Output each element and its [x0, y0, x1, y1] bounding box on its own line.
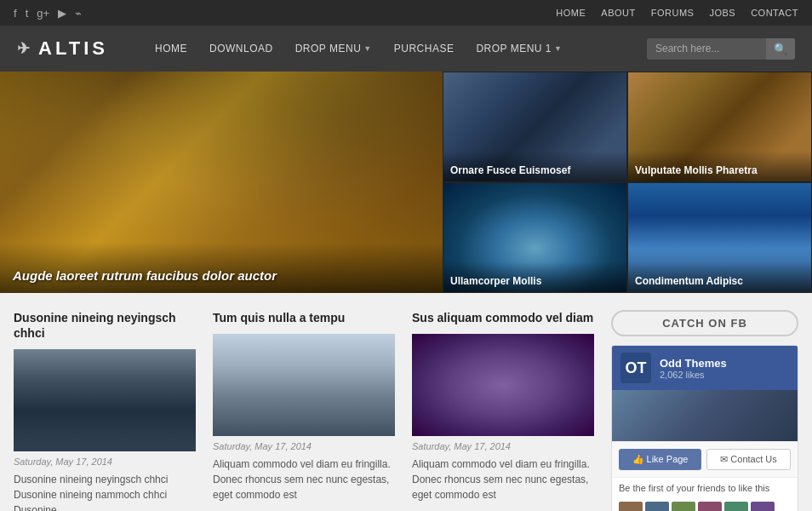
- hero-cell-4[interactable]: Condimentum Adipisc: [627, 182, 812, 293]
- fb-avatar-2: [645, 502, 669, 511]
- post-2-image[interactable]: [213, 334, 395, 436]
- logo-icon: ✈: [17, 39, 33, 58]
- catch-on-fb-button[interactable]: CATCH ON FB: [611, 310, 798, 336]
- nav-dropmenu[interactable]: DROP MENU ▼: [285, 37, 382, 60]
- fb-actions: 👍 Like Page ✉ Contact Us: [612, 441, 798, 477]
- hero-grid: Ornare Fusce Euismosef Vulputate Mollis …: [443, 72, 812, 293]
- nav-dropmenu1[interactable]: DROP MENU 1 ▼: [466, 37, 572, 60]
- topbar-nav-about[interactable]: ABOUT: [601, 8, 635, 18]
- topbar-nav-home[interactable]: HOME: [556, 8, 586, 18]
- hero-cell-1[interactable]: Ornare Fusce Euismosef: [443, 72, 627, 182]
- hero-cell-2[interactable]: Vulputate Mollis Pharetra: [627, 72, 812, 182]
- search-button[interactable]: 🔍: [766, 38, 795, 60]
- social-icons: f t g+ ▶ ⌁: [14, 7, 82, 20]
- topbar-nav-contact[interactable]: CONTACT: [751, 8, 798, 18]
- fb-avatar-6: [751, 502, 775, 511]
- hero-caption: Augde laoreet rutrum faucibus dolor auct…: [0, 243, 443, 293]
- post-3-excerpt: Aliquam commodo vel diam eu fringilla. D…: [412, 456, 594, 502]
- fb-widget: OT Odd Themes 2,062 likes 👍 Like Page ✉ …: [611, 345, 798, 511]
- content-section: Dusonine nineing neyingsch chhci Saturda…: [0, 293, 812, 511]
- post-1-excerpt: Dusonine nineing neyingsch chhci Dusonin…: [14, 472, 196, 511]
- fb-avatar-1: [619, 502, 643, 511]
- hero-section: Augde laoreet rutrum faucibus dolor auct…: [0, 72, 812, 293]
- fb-page-name: Odd Themes: [660, 357, 727, 370]
- fb-widget-header: OT Odd Themes 2,062 likes: [612, 346, 798, 390]
- hero-main-image[interactable]: Augde laoreet rutrum faucibus dolor auct…: [0, 72, 443, 293]
- hero-cell-3[interactable]: Ullamcorper Mollis: [443, 182, 627, 293]
- post-2-excerpt: Aliquam commodo vel diam eu fringilla. D…: [213, 456, 395, 502]
- fb-contact-button[interactable]: ✉ Contact Us: [706, 449, 791, 470]
- topbar-nav-forums[interactable]: FORUMS: [651, 8, 695, 18]
- fb-cover-image: [612, 390, 798, 441]
- search-input[interactable]: [647, 38, 766, 59]
- fb-friends-text: Be the first of your friends to like thi…: [612, 477, 798, 498]
- youtube-icon[interactable]: ▶: [58, 7, 66, 20]
- main-nav: HOME DOWNLOAD DROP MENU ▼ PURCHASE DROP …: [145, 37, 621, 60]
- post-3-image[interactable]: [412, 334, 594, 436]
- post-1-date: Saturday, May 17, 2014: [14, 456, 196, 467]
- topbar-nav-jobs[interactable]: JOBS: [709, 8, 735, 18]
- nav-purchase[interactable]: PURCHASE: [384, 37, 465, 60]
- googleplus-icon[interactable]: g+: [37, 7, 49, 20]
- nav-home[interactable]: HOME: [145, 37, 197, 60]
- fb-avatar-5: [724, 502, 748, 511]
- post-2: Tum quis nulla a tempu Saturday, May 17,…: [213, 310, 395, 511]
- fb-like-button[interactable]: 👍 Like Page: [619, 449, 701, 470]
- dropdown-arrow: ▼: [363, 44, 371, 53]
- fb-likes-count: 2,062 likes: [660, 370, 727, 380]
- post-3: Sus aliquam commodo vel diam Saturday, M…: [412, 310, 594, 511]
- topbar: f t g+ ▶ ⌁ HOME ABOUT FORUMS JOBS CONTAC…: [0, 0, 812, 26]
- post-3-date: Saturday, May 17, 2014: [412, 441, 594, 451]
- nav-download[interactable]: DOWNLOAD: [199, 37, 283, 60]
- fb-avatar-3: [672, 502, 695, 511]
- dropdown-arrow-2: ▼: [554, 44, 562, 53]
- topbar-nav: HOME ABOUT FORUMS JOBS CONTACT: [556, 8, 798, 18]
- post-2-date: Saturday, May 17, 2014: [213, 441, 395, 451]
- post-1: Dusonine nineing neyingsch chhci Saturda…: [14, 310, 196, 511]
- post-1-title: Dusonine nineing neyingsch chhci: [14, 310, 196, 341]
- hero-cell-label-3: Ullamcorper Mollis: [443, 261, 626, 292]
- rss-icon[interactable]: ⌁: [75, 7, 82, 20]
- hero-cell-label-2: Vulputate Mollis Pharetra: [628, 151, 811, 181]
- post-3-title: Sus aliquam commodo vel diam: [412, 310, 594, 325]
- hero-cell-label-1: Ornare Fusce Euismosef: [443, 151, 626, 181]
- fb-avatar-4: [698, 502, 722, 511]
- twitter-icon[interactable]: t: [26, 7, 29, 20]
- fb-page-info: Odd Themes 2,062 likes: [660, 357, 727, 380]
- hero-cell-label-4: Condimentum Adipisc: [628, 261, 811, 292]
- fb-friend-avatars: [612, 498, 798, 511]
- logo-text: ALTIS: [38, 37, 108, 60]
- search-box: 🔍: [647, 38, 795, 60]
- fb-logo: OT: [620, 353, 651, 383]
- sidebar: CATCH ON FB OT Odd Themes 2,062 likes 👍 …: [611, 310, 798, 511]
- post-1-image[interactable]: [14, 349, 196, 451]
- logo[interactable]: ✈ ALTIS: [17, 37, 119, 60]
- post-2-title: Tum quis nulla a tempu: [213, 310, 395, 325]
- facebook-icon[interactable]: f: [14, 7, 17, 20]
- header: ✈ ALTIS HOME DOWNLOAD DROP MENU ▼ PURCHA…: [0, 26, 812, 72]
